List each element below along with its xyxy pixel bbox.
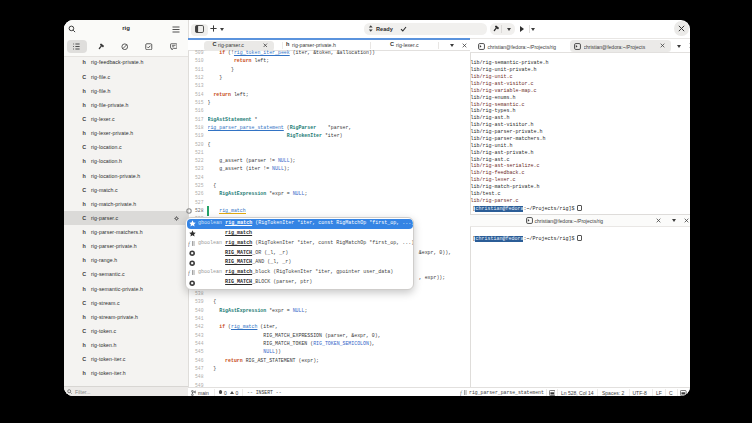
svg-text:f: f [188, 269, 191, 276]
svg-text:f: f [460, 389, 463, 396]
svg-text:f: f [188, 240, 191, 247]
